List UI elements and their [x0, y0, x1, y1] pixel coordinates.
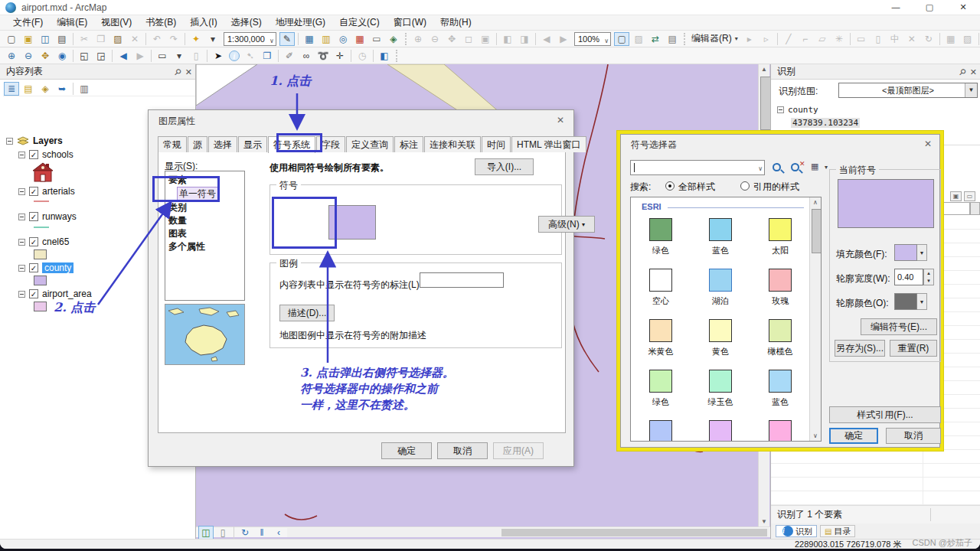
minimize-button[interactable]: —	[879, 0, 913, 15]
close-icon[interactable]: ✕	[554, 115, 567, 126]
tab-display[interactable]: 显示	[238, 136, 267, 152]
cnel65-fill-symbol[interactable]	[34, 249, 47, 259]
collapse-icon[interactable]	[6, 138, 13, 145]
import-button[interactable]: 导入(I)...	[475, 158, 534, 175]
symbol-swatch-2[interactable]: 太阳	[750, 214, 810, 265]
save-as-button[interactable]: 另存为(S)...	[835, 340, 885, 357]
html-popup-icon[interactable]: ❐	[260, 49, 275, 63]
edit-symbol-button[interactable]: 编辑符号(E)...	[861, 318, 937, 335]
editor-pencil-icon[interactable]: ✎	[279, 32, 295, 46]
advanced-button[interactable]: 高级(N) ▾	[538, 216, 595, 233]
renderer-categories[interactable]: 类别	[168, 201, 187, 214]
select-features-caret-icon[interactable]: ▾	[172, 49, 187, 63]
renderer-features[interactable]: 要素	[168, 174, 187, 187]
chevron-down-icon[interactable]: ▾	[825, 164, 828, 171]
symbol-swatch-4[interactable]: 湖泊	[691, 265, 750, 315]
symbol-swatch-11[interactable]: 蓝色	[750, 366, 810, 416]
gallery-scrollbar[interactable]: ∧ ∨	[809, 197, 821, 441]
symbol-swatch-5[interactable]: 玫瑰	[750, 265, 810, 315]
print-icon[interactable]: ▤	[54, 32, 70, 46]
layer-checkbox[interactable]: ✓	[29, 150, 38, 159]
cancel-button[interactable]: 取消	[886, 428, 941, 444]
layout-view-icon[interactable]: ▯	[215, 526, 230, 540]
pan-icon[interactable]: ✥	[38, 49, 53, 63]
data-driven-refresh-icon[interactable]: ⇄	[648, 32, 663, 46]
maximize-button[interactable]: ▢	[913, 0, 946, 15]
data-view-icon[interactable]: ◫	[198, 526, 214, 540]
collapse-icon[interactable]	[18, 239, 25, 246]
menu-bookmarks[interactable]: 书签(B)	[139, 15, 183, 30]
legend-label-input[interactable]	[420, 272, 504, 288]
find-route-icon[interactable]: ➰	[315, 49, 331, 63]
symbol-swatch-1[interactable]: 蓝色	[691, 214, 750, 265]
zoom-in-icon[interactable]: ⊕	[4, 49, 19, 63]
layer-checkbox[interactable]: ✓	[29, 237, 38, 246]
collapse-icon[interactable]	[18, 152, 25, 158]
symbol-swatch-14[interactable]	[750, 416, 810, 442]
add-data-caret-icon[interactable]: ▾	[205, 32, 220, 46]
identify-icon[interactable]: i	[229, 51, 240, 61]
go-to-xy-icon[interactable]: ✛	[332, 49, 348, 63]
scrollbar-thumb[interactable]	[501, 529, 767, 536]
symbol-swatch-10[interactable]: 绿玉色	[691, 366, 750, 416]
menu-selection[interactable]: 选择(S)	[224, 15, 269, 30]
measure-icon[interactable]: ✐	[282, 49, 297, 63]
symbol-swatch-6[interactable]: 米黄色	[631, 315, 691, 366]
symbol-swatch-7[interactable]: 黄色	[691, 315, 750, 366]
tab-catalog[interactable]: ▤ 目录	[820, 525, 855, 537]
scale-combo[interactable]: 1:300,000∨	[224, 32, 276, 46]
search-icon[interactable]	[773, 163, 781, 171]
list-by-selection-icon[interactable]: ➥	[54, 82, 70, 96]
catalog-window-icon[interactable]: ▥	[318, 32, 334, 46]
renderer-charts[interactable]: 图表	[168, 227, 187, 240]
tab-html-popup[interactable]: HTML 弹出窗口	[511, 136, 586, 152]
cancel-button[interactable]: 取消	[437, 442, 488, 459]
fixed-zoom-in-icon[interactable]: ◱	[77, 49, 92, 63]
list-by-visibility-icon[interactable]: ◈	[38, 82, 53, 96]
tab-time[interactable]: 时间	[482, 136, 511, 152]
symbol-swatch-12[interactable]	[631, 416, 691, 442]
layer-checkbox[interactable]: ✓	[29, 289, 38, 298]
attribute-table-icon[interactable]: ▦	[302, 32, 317, 46]
paste-icon[interactable]: ▨	[110, 32, 126, 46]
data-driven-pages-icon[interactable]: ▤	[665, 32, 680, 46]
view-options-icon[interactable]: ▦	[811, 161, 818, 171]
layer-checkbox[interactable]: ✓	[29, 212, 38, 221]
identify-tool-button[interactable]: ▭	[964, 191, 975, 201]
scroll-down-icon[interactable]: ∨	[810, 432, 821, 439]
county-fill-symbol[interactable]	[34, 276, 47, 285]
toc-options-icon[interactable]: ▥	[77, 82, 92, 96]
layer-checkbox[interactable]: ✓	[29, 187, 38, 196]
pause-drawing-icon[interactable]: ‖	[254, 526, 270, 540]
outline-color-picker[interactable]: ▼	[894, 293, 927, 310]
scroll-up-icon[interactable]: ∧	[810, 199, 821, 206]
renderer-multiple-attributes[interactable]: 多个属性	[168, 240, 205, 253]
list-by-source-icon[interactable]: ▤	[21, 82, 36, 96]
editor-menu-button[interactable]: 编辑器(R)▾	[688, 32, 741, 45]
current-symbol-swatch[interactable]	[328, 205, 376, 240]
ok-button[interactable]: 确定	[381, 442, 432, 459]
zoom-out-icon[interactable]: ⊖	[21, 49, 36, 63]
menu-insert[interactable]: 插入(I)	[183, 15, 224, 30]
menu-file[interactable]: 文件(F)	[6, 15, 50, 30]
search-window-icon[interactable]: ◎	[335, 32, 351, 46]
reset-button[interactable]: 重置(R)	[890, 340, 937, 357]
save-icon[interactable]: ◫	[38, 32, 53, 46]
renderer-quantities[interactable]: 数量	[168, 214, 187, 227]
outline-width-input[interactable]: 0.40	[894, 269, 923, 285]
style-references-button[interactable]: 样式引用(F)...	[829, 406, 941, 423]
close-icon[interactable]: ✕	[921, 139, 935, 149]
select-elements-icon[interactable]: ➤	[211, 49, 226, 63]
tab-selection[interactable]: 选择	[208, 136, 237, 152]
modelbuilder-icon[interactable]: ◈	[386, 32, 401, 46]
collapse-icon[interactable]	[777, 106, 784, 113]
tab-source[interactable]: 源	[188, 136, 207, 152]
identify-tree-parent[interactable]: county	[777, 105, 818, 115]
scrollbar-thumb[interactable]	[812, 209, 822, 253]
menu-customize[interactable]: 自定义(C)	[332, 15, 387, 30]
menu-view[interactable]: 视图(V)	[94, 15, 139, 30]
menu-windows[interactable]: 窗口(W)	[387, 15, 433, 30]
identify-scope-combo[interactable]: <最顶部图层> ▼	[838, 83, 978, 98]
identify-tool-button[interactable]: ▣	[950, 191, 962, 201]
fill-color-picker[interactable]: ▼	[894, 244, 927, 261]
